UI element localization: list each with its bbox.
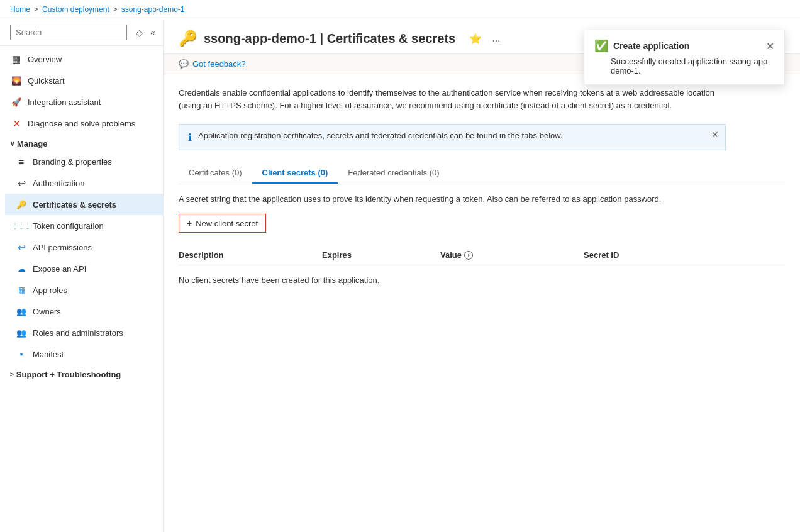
breadcrumb: Home > Custom deployment > ssong-app-dem… bbox=[0, 0, 800, 19]
new-secret-label: New client secret bbox=[196, 219, 258, 228]
sidebar: ◇ « ▦ Overview 🌄 Quickstart 🚀 Integratio… bbox=[0, 19, 164, 532]
info-bar-close[interactable]: ✕ bbox=[711, 130, 719, 140]
manage-section-header[interactable]: ∨ Manage bbox=[0, 134, 163, 151]
sidebar-item-authentication[interactable]: ↩ Authentication bbox=[5, 172, 163, 194]
toast-notification: ✅ Create application ✕ Successfully crea… bbox=[584, 30, 785, 85]
table-empty-message: No client secrets have been created for … bbox=[179, 265, 785, 295]
sidebar-search-actions: ◇ « bbox=[133, 26, 158, 39]
filter-icon-btn[interactable]: ◇ bbox=[133, 26, 145, 39]
plus-icon: + bbox=[187, 218, 192, 228]
sidebar-item-overview[interactable]: ▦ Overview bbox=[0, 48, 163, 70]
chevron-right-icon: > bbox=[10, 371, 14, 378]
expose-api-icon: ☁ bbox=[15, 262, 28, 275]
page-subtitle: Certificates & secrets bbox=[327, 31, 456, 45]
table-header: Description Expires Value i Secret ID bbox=[179, 245, 785, 265]
client-secrets-content: A secret string that the application use… bbox=[179, 194, 785, 295]
feedback-label: Got feedback? bbox=[192, 59, 246, 69]
toast-close-button[interactable]: ✕ bbox=[766, 40, 774, 52]
sidebar-item-owners-label: Owners bbox=[33, 307, 61, 316]
info-icon: ℹ bbox=[188, 131, 192, 143]
main-body: Credentials enable confidential applicat… bbox=[164, 74, 800, 532]
sidebar-item-certificates-label: Certificates & secrets bbox=[33, 200, 116, 209]
toast-title: Create application bbox=[613, 41, 761, 51]
toast-header: ✅ Create application ✕ bbox=[594, 39, 774, 53]
breadcrumb-custom-deployment[interactable]: Custom deployment bbox=[42, 5, 109, 14]
sidebar-item-branding[interactable]: ≡ Branding & properties bbox=[5, 151, 163, 172]
breadcrumb-sep-2: > bbox=[113, 5, 118, 14]
sidebar-item-diagnose-label: Diagnose and solve problems bbox=[28, 119, 135, 128]
breadcrumb-app[interactable]: ssong-app-demo-1 bbox=[121, 5, 185, 14]
overview-icon: ▦ bbox=[10, 53, 23, 65]
sidebar-item-expose-api[interactable]: ☁ Expose an API bbox=[5, 258, 163, 279]
sidebar-item-diagnose[interactable]: ✕ Diagnose and solve problems bbox=[0, 113, 163, 134]
value-info-icon[interactable]: i bbox=[464, 251, 473, 260]
title-actions: ⭐ ... bbox=[467, 31, 503, 46]
sidebar-item-authentication-label: Authentication bbox=[33, 179, 84, 188]
sidebar-item-branding-label: Branding & properties bbox=[33, 157, 112, 167]
certificates-icon: 🔑 bbox=[15, 198, 28, 211]
sidebar-item-manifest[interactable]: ▪ Manifest bbox=[5, 343, 163, 365]
diagnose-icon: ✕ bbox=[10, 117, 23, 130]
app-name: ssong-app-demo-1 bbox=[204, 31, 316, 45]
page-title: ssong-app-demo-1 | Certificates & secret… bbox=[204, 31, 455, 46]
new-client-secret-button[interactable]: + New client secret bbox=[179, 214, 266, 233]
sidebar-item-owners[interactable]: 👥 Owners bbox=[5, 301, 163, 322]
sidebar-item-expose-api-label: Expose an API bbox=[33, 264, 86, 274]
app-roles-icon: ▦ bbox=[15, 284, 28, 296]
info-bar: ℹ Application registration certificates,… bbox=[179, 124, 726, 150]
sidebar-item-api-permissions-label: API permissions bbox=[33, 243, 92, 252]
sidebar-item-overview-label: Overview bbox=[28, 55, 62, 64]
sidebar-item-app-roles[interactable]: ▦ App roles bbox=[5, 279, 163, 301]
collapse-btn[interactable]: « bbox=[148, 26, 158, 39]
title-separator: | bbox=[319, 31, 326, 45]
token-config-icon: ⋮⋮⋮ bbox=[15, 219, 28, 232]
col-value-label: Value bbox=[440, 250, 462, 260]
credentials-description: Credentials enable confidential applicat… bbox=[179, 87, 726, 111]
info-bar-message: Application registration certificates, s… bbox=[198, 131, 563, 140]
search-bar: ◇ « bbox=[0, 19, 163, 46]
sidebar-nav: ▦ Overview 🌄 Quickstart 🚀 Integration as… bbox=[0, 46, 163, 532]
authentication-icon: ↩ bbox=[15, 177, 28, 189]
sidebar-item-manifest-label: Manifest bbox=[33, 350, 64, 359]
tab-certificates[interactable]: Certificates (0) bbox=[179, 163, 252, 184]
owners-icon: 👥 bbox=[15, 305, 28, 318]
toast-message: Successfully created application ssong-a… bbox=[594, 57, 774, 75]
manage-subnav: ≡ Branding & properties ↩ Authentication… bbox=[0, 151, 163, 365]
sidebar-item-token-config-label: Token configuration bbox=[33, 221, 104, 231]
branding-icon: ≡ bbox=[15, 155, 28, 168]
sidebar-item-quickstart-label: Quickstart bbox=[28, 76, 65, 86]
sidebar-item-certificates[interactable]: 🔑 Certificates & secrets bbox=[5, 194, 163, 215]
sidebar-item-roles-admins-label: Roles and administrators bbox=[33, 328, 123, 338]
manifest-icon: ▪ bbox=[15, 348, 28, 360]
sidebar-item-token-config[interactable]: ⋮⋮⋮ Token configuration bbox=[5, 215, 163, 236]
quickstart-icon: 🌄 bbox=[10, 74, 23, 87]
sidebar-item-integration-label: Integration assistant bbox=[28, 97, 101, 107]
main-content: 🔑 ssong-app-demo-1 | Certificates & secr… bbox=[164, 19, 800, 532]
roles-admins-icon: 👥 bbox=[15, 326, 28, 339]
integration-icon: 🚀 bbox=[10, 96, 23, 108]
client-secrets-description: A secret string that the application use… bbox=[179, 194, 726, 204]
more-button[interactable]: ... bbox=[489, 31, 503, 46]
chevron-down-icon: ∨ bbox=[10, 140, 14, 147]
feedback-icon: 💬 bbox=[179, 59, 189, 69]
sidebar-item-api-permissions[interactable]: ↩ API permissions bbox=[5, 236, 163, 258]
col-description: Description bbox=[179, 250, 317, 260]
page-title-icon: 🔑 bbox=[179, 30, 197, 47]
breadcrumb-home[interactable]: Home bbox=[10, 5, 30, 14]
col-expires: Expires bbox=[322, 250, 435, 260]
sidebar-item-quickstart[interactable]: 🌄 Quickstart bbox=[0, 70, 163, 91]
col-secret-id: Secret ID bbox=[584, 250, 785, 260]
col-value: Value i bbox=[440, 250, 579, 260]
api-permissions-icon: ↩ bbox=[15, 241, 28, 253]
toast-success-icon: ✅ bbox=[594, 39, 608, 53]
sidebar-item-roles-admins[interactable]: 👥 Roles and administrators bbox=[5, 322, 163, 343]
support-section-header[interactable]: > Support + Troubleshooting bbox=[0, 365, 163, 382]
tab-federated-credentials[interactable]: Federated credentials (0) bbox=[338, 163, 449, 184]
tab-client-secrets[interactable]: Client secrets (0) bbox=[252, 163, 338, 184]
pin-button[interactable]: ⭐ bbox=[467, 31, 484, 46]
tabs: Certificates (0) Client secrets (0) Fede… bbox=[179, 163, 785, 184]
support-section-label: Support + Troubleshooting bbox=[16, 370, 121, 379]
search-input[interactable] bbox=[10, 25, 127, 40]
sidebar-item-integration[interactable]: 🚀 Integration assistant bbox=[0, 91, 163, 113]
manage-section-label: Manage bbox=[17, 139, 47, 148]
